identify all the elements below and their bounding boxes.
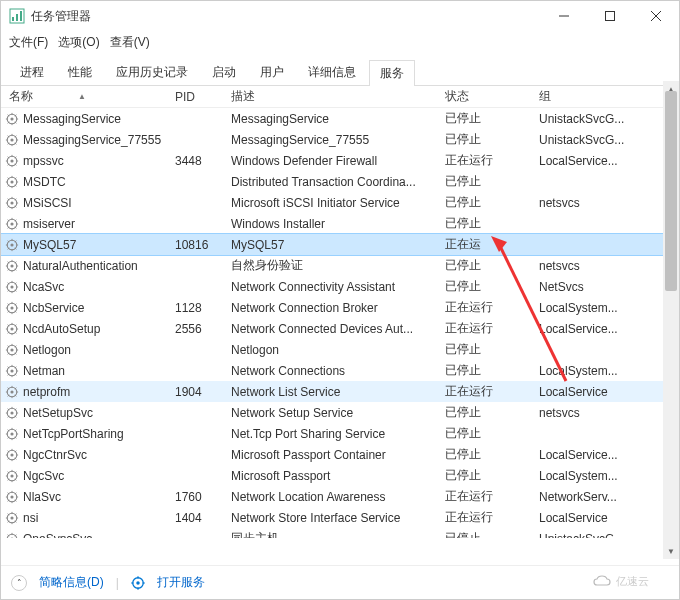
table-row[interactable]: NcdAutoSetup2556Network Connected Device… <box>1 318 679 339</box>
service-status: 已停止 <box>445 215 539 232</box>
service-status: 正在运行 <box>445 488 539 505</box>
table-row[interactable]: MessagingServiceMessagingService已停止Unist… <box>1 108 679 129</box>
service-list: MessagingServiceMessagingService已停止Unist… <box>1 108 679 538</box>
table-row[interactable]: NcbService1128Network Connection Broker正… <box>1 297 679 318</box>
tab-4[interactable]: 用户 <box>249 59 295 85</box>
service-desc: Network Connectivity Assistant <box>231 280 445 294</box>
table-row[interactable]: NcaSvcNetwork Connectivity Assistant已停止N… <box>1 276 679 297</box>
service-desc: Network List Service <box>231 385 445 399</box>
service-name: NlaSvc <box>5 490 175 504</box>
table-row[interactable]: NaturalAuthentication自然身份验证已停止netsvcs <box>1 255 679 276</box>
service-desc: Windows Defender Firewall <box>231 154 445 168</box>
tab-1[interactable]: 性能 <box>57 59 103 85</box>
service-group: NetworkServ... <box>539 490 679 504</box>
service-status: 已停止 <box>445 446 539 463</box>
menu-view[interactable]: 查看(V) <box>110 34 150 51</box>
scroll-down-icon[interactable]: ▼ <box>663 543 679 559</box>
service-name: OneSyncSvc <box>5 532 175 539</box>
tab-3[interactable]: 启动 <box>201 59 247 85</box>
service-group: UnistackSvcG... <box>539 532 679 539</box>
service-name: Netman <box>5 364 175 378</box>
tab-5[interactable]: 详细信息 <box>297 59 367 85</box>
svg-rect-2 <box>16 14 18 21</box>
scrollbar[interactable]: ▲ ▼ <box>663 81 679 559</box>
menu-options[interactable]: 选项(O) <box>58 34 99 51</box>
table-row[interactable]: netprofm1904Network List Service正在运行Loca… <box>1 381 679 402</box>
column-headers: 名称▲ PID 描述 状态 组 <box>1 86 679 108</box>
service-status: 正在运行 <box>445 383 539 400</box>
svg-point-69 <box>10 243 13 246</box>
service-status: 已停止 <box>445 131 539 148</box>
service-desc: Distributed Transaction Coordina... <box>231 175 445 189</box>
tab-2[interactable]: 应用历史记录 <box>105 59 199 85</box>
service-status: 已停止 <box>445 173 539 190</box>
table-row[interactable]: mpssvc3448Windows Defender Firewall正在运行L… <box>1 150 679 171</box>
service-name: NetSetupSvc <box>5 406 175 420</box>
scroll-thumb[interactable] <box>665 91 677 291</box>
service-status: 已停止 <box>445 362 539 379</box>
minimize-button[interactable] <box>541 1 587 31</box>
open-services-link[interactable]: 打开服务 <box>157 574 205 591</box>
svg-point-109 <box>10 327 13 330</box>
col-group[interactable]: 组 <box>539 88 679 105</box>
service-status: 已停止 <box>445 425 539 442</box>
table-row[interactable]: MySQL5710816MySQL57正在运 <box>1 234 679 255</box>
table-row[interactable]: msiserverWindows Installer已停止 <box>1 213 679 234</box>
service-desc: MySQL57 <box>231 238 445 252</box>
table-row[interactable]: NetTcpPortSharingNet.Tcp Port Sharing Se… <box>1 423 679 444</box>
brief-info-link[interactable]: 简略信息(D) <box>39 574 104 591</box>
service-status: 已停止 <box>445 194 539 211</box>
service-group: LocalSystem... <box>539 469 679 483</box>
service-name: mpssvc <box>5 154 175 168</box>
col-pid[interactable]: PID <box>175 90 231 104</box>
service-desc: Netlogon <box>231 343 445 357</box>
sort-arrow-icon: ▲ <box>78 92 86 101</box>
app-icon <box>9 8 25 24</box>
close-button[interactable] <box>633 1 679 31</box>
service-name: nsi <box>5 511 175 525</box>
table-row[interactable]: OneSyncSvc同步主机已停止UnistackSvcG... <box>1 528 679 538</box>
table-row[interactable]: NetSetupSvcNetwork Setup Service已停止netsv… <box>1 402 679 423</box>
svg-point-39 <box>10 180 13 183</box>
service-desc: MessagingService <box>231 112 445 126</box>
table-row[interactable]: MessagingService_77555MessagingService_7… <box>1 129 679 150</box>
svg-point-59 <box>10 222 13 225</box>
table-row[interactable]: NgcSvcMicrosoft Passport已停止LocalSystem..… <box>1 465 679 486</box>
menu-file[interactable]: 文件(F) <box>9 34 48 51</box>
chevron-up-icon[interactable]: ˄ <box>11 575 27 591</box>
table-row[interactable]: nsi1404Network Store Interface Service正在… <box>1 507 679 528</box>
tab-6[interactable]: 服务 <box>369 60 415 86</box>
table-row[interactable]: NgcCtnrSvcMicrosoft Passport Container已停… <box>1 444 679 465</box>
service-pid: 1404 <box>175 511 231 525</box>
maximize-button[interactable] <box>587 1 633 31</box>
service-name: Netlogon <box>5 343 175 357</box>
service-group: UnistackSvcG... <box>539 112 679 126</box>
service-pid: 3448 <box>175 154 231 168</box>
svg-point-49 <box>10 201 13 204</box>
svg-rect-3 <box>20 11 22 21</box>
service-pid: 10816 <box>175 238 231 252</box>
service-desc: Net.Tcp Port Sharing Service <box>231 427 445 441</box>
tab-0[interactable]: 进程 <box>9 59 55 85</box>
service-desc: Network Connection Broker <box>231 301 445 315</box>
table-row[interactable]: MSiSCSIMicrosoft iSCSI Initiator Service… <box>1 192 679 213</box>
service-name: MessagingService_77555 <box>5 133 175 147</box>
service-desc: Microsoft Passport Container <box>231 448 445 462</box>
table-row[interactable]: NetmanNetwork Connections已停止LocalSystem.… <box>1 360 679 381</box>
col-status[interactable]: 状态 <box>445 88 539 105</box>
service-pid: 1904 <box>175 385 231 399</box>
service-pid: 1128 <box>175 301 231 315</box>
table-row[interactable]: NetlogonNetlogon已停止 <box>1 339 679 360</box>
service-group: netsvcs <box>539 406 679 420</box>
col-desc[interactable]: 描述 <box>231 88 445 105</box>
service-group: UnistackSvcG... <box>539 133 679 147</box>
svg-point-169 <box>10 453 13 456</box>
service-name: NcdAutoSetup <box>5 322 175 336</box>
service-group: LocalSystem... <box>539 301 679 315</box>
svg-point-79 <box>10 264 13 267</box>
table-row[interactable]: MSDTCDistributed Transaction Coordina...… <box>1 171 679 192</box>
svg-point-89 <box>10 285 13 288</box>
col-name[interactable]: 名称▲ <box>5 88 175 105</box>
table-row[interactable]: NlaSvc1760Network Location Awareness正在运行… <box>1 486 679 507</box>
service-group: LocalService <box>539 385 679 399</box>
